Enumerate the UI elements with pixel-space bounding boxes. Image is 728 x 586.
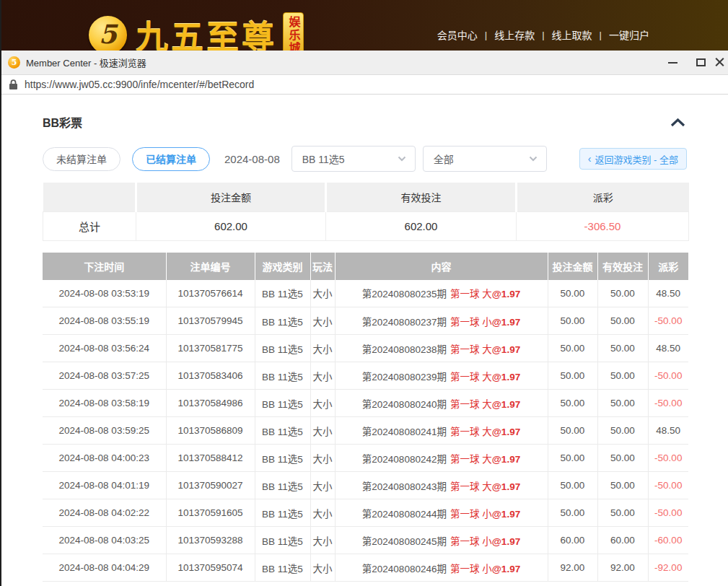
bet-odds: @1.97 [492,564,520,574]
bet-pick: 第一球 小 [450,564,492,574]
window-title: Member Center - 极速浏览器 [26,56,146,69]
bet-amount: 60.00 [548,527,597,554]
unsettled-tab[interactable]: 未结算注单 [43,147,120,171]
bet-id: 101370595074 [166,554,255,582]
bet-game-type: BB 11选5 [255,335,310,362]
nav-member-center[interactable]: 会员中心 [437,27,478,42]
nav-one-key-transfer[interactable]: 一键归户 [609,27,649,42]
url-bar[interactable]: https://www.jw05.cc:9900/infe/mcenter/#/… [1,74,728,95]
bet-odds: @1.97 [492,481,520,492]
bet-payout: -50.00 [648,307,688,335]
chevron-down-icon [529,156,538,162]
bet-id: 101370579945 [166,307,255,335]
bet-content: 第202408080235期第一球 大@1.97 [335,280,548,307]
bet-period: 第202408080241期 [362,427,447,437]
bet-odds: @1.97 [492,289,520,299]
bet-valid: 50.00 [597,499,648,527]
table-row: 2024-08-08 03:56:24101370581775BB 11选5大小… [43,335,688,362]
filter-bar: 未结算注单 已结算注单 2024-08-08 BB 11选5 全部 ‹ 返回游戏… [43,146,687,172]
bet-game-type: BB 11选5 [255,527,310,554]
bet-odds: @1.97 [492,344,520,355]
bet-play-type: 大小 [310,499,335,527]
bet-time: 2024-08-08 03:57:25 [43,362,166,390]
bet-period: 第202408080237期 [362,317,447,328]
nav-online-deposit[interactable]: 线上存款 [494,27,535,42]
summary-header-payout: 派彩 [517,183,689,211]
url-text: https://www.jw05.cc:9900/infe/mcenter/#/… [25,79,254,90]
close-icon [715,58,724,67]
bet-game-type: BB 11选5 [255,445,310,472]
bet-id: 101370581775 [166,335,255,362]
bet-amount: 50.00 [548,362,597,390]
bet-payout: -50.00 [648,472,688,499]
bet-time: 2024-08-08 03:59:25 [43,417,166,445]
bet-content: 第202408080237期第一球 小@1.97 [335,307,548,335]
brand-banner: 5 九五至尊 娱乐城 会员中心 | 线上存款 | 线上取款 | 一键归户 [1,0,728,51]
playtype-select[interactable]: 全部 [423,146,547,172]
bet-payout: -92.00 [648,554,688,582]
bet-odds: @1.97 [492,427,520,437]
collapse-panel-button[interactable] [669,116,687,128]
bet-content: 第202408080243期第一球 大@1.97 [335,472,548,499]
bet-period: 第202408080243期 [362,481,447,492]
bet-game-type: BB 11选5 [255,554,310,582]
bet-record-page: BB彩票 未结算注单 已结算注单 2024-08-08 BB 11选5 全部 ‹… [1,113,728,582]
settled-tab[interactable]: 已结算注单 [132,147,210,171]
bet-id: 101370586809 [166,417,255,445]
table-row: 2024-08-08 04:04:29101370595074BB 11选5大小… [43,554,688,582]
bet-time: 2024-08-08 04:02:22 [43,499,166,527]
bet-game-type: BB 11选5 [255,499,310,527]
table-row: 2024-08-08 03:55:19101370579945BB 11选5大小… [43,307,688,335]
bet-pick: 第一球 大 [450,427,492,437]
logo-number: 5 [99,21,117,47]
site-logo[interactable]: 5 九五至尊 娱乐城 [89,6,304,51]
bet-time: 2024-08-08 04:00:23 [43,445,166,472]
nav-separator: | [600,30,602,40]
summary-total-label: 总计 [43,211,136,240]
bet-time: 2024-08-08 04:03:25 [43,527,166,554]
bet-amount: 50.00 [548,390,597,417]
page-title: BB彩票 [43,113,82,131]
bet-valid: 50.00 [597,445,648,472]
maximize-icon [696,58,706,66]
bet-payout: 48.50 [648,417,688,445]
minimize-button[interactable] [659,51,687,74]
header-valid-bet: 有效投注 [597,253,648,280]
header-play-type: 玩法 [310,253,335,280]
bet-play-type: 大小 [310,527,335,554]
table-row: 2024-08-08 03:53:19101370576614BB 11选5大小… [43,280,688,307]
bet-table-header-row: 下注时间 注单编号 游戏类别 玩法 内容 投注金额 有效投注 派彩 [43,253,688,280]
bet-content: 第202408080240期第一球 大@1.97 [335,390,548,417]
bet-period: 第202408080239期 [362,372,447,382]
close-button[interactable] [715,51,728,74]
bet-amount: 50.00 [548,445,597,472]
bet-payout: -50.00 [648,390,688,417]
bet-valid: 50.00 [597,280,648,307]
back-to-game-category-button[interactable]: ‹ 返回游戏类别 - 全部 [579,148,687,170]
bet-amount: 50.00 [548,472,597,499]
bet-valid: 50.00 [597,472,648,499]
bet-play-type: 大小 [310,417,335,445]
maximize-button[interactable] [687,51,715,74]
date-filter[interactable]: 2024-08-08 [224,153,280,165]
bet-pick: 第一球 大 [450,289,492,299]
playtype-select-value: 全部 [434,152,454,166]
bet-period: 第202408080238期 [362,344,447,355]
bet-play-type: 大小 [310,362,335,390]
bet-payout: -50.00 [648,445,688,472]
nav-online-withdraw[interactable]: 线上取款 [552,27,592,42]
game-select[interactable]: BB 11选5 [291,146,416,172]
bet-id: 101370588412 [166,445,255,472]
banner-nav: 会员中心 | 线上存款 | 线上取款 | 一键归户 [437,27,649,42]
bet-payout: -50.00 [648,362,688,390]
logo-badge: 娱乐城 [283,12,304,51]
summary-header-blank [43,183,136,211]
bet-play-type: 大小 [310,335,335,362]
bet-amount: 50.00 [548,499,597,527]
bet-game-type: BB 11选5 [255,307,310,335]
bet-pick: 第一球 大 [450,454,492,465]
chevron-left-icon: ‹ [588,153,592,165]
bet-play-type: 大小 [310,554,335,582]
summary-header-row: 投注金额 有效投注 派彩 [43,183,689,211]
bet-odds: @1.97 [492,372,520,382]
